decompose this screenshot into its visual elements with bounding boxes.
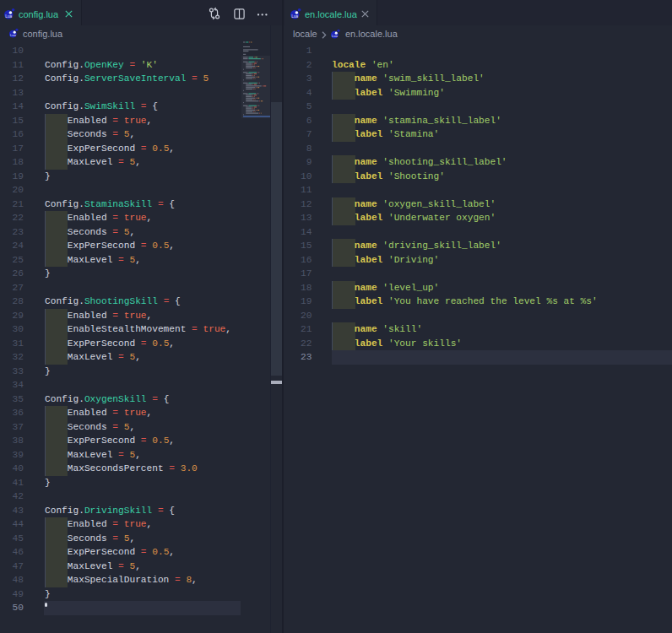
svg-text:Lua: Lua bbox=[10, 33, 16, 37]
svg-text:Lua: Lua bbox=[332, 34, 338, 38]
svg-text:Lua: Lua bbox=[291, 14, 298, 19]
svg-text:Lua: Lua bbox=[5, 14, 12, 19]
